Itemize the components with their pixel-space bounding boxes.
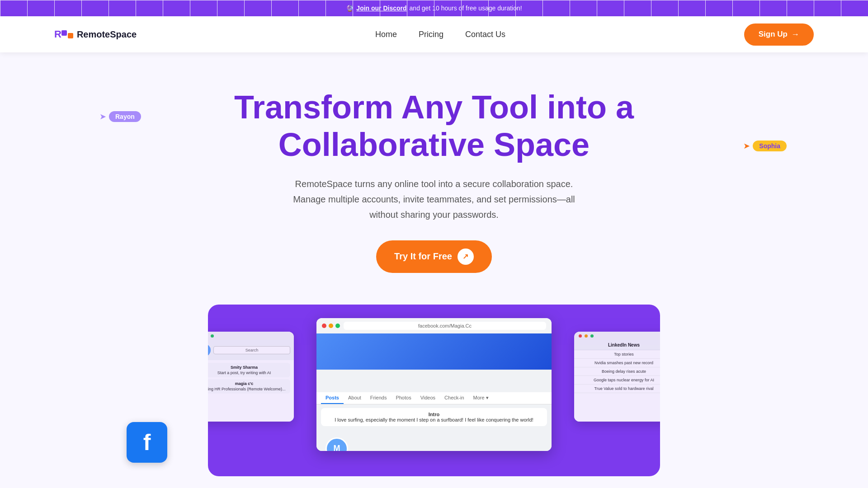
fb-tab-photos[interactable]: Photos — [391, 392, 415, 404]
nav-contact[interactable]: Contact Us — [465, 30, 505, 39]
try-it-free-button[interactable]: Try It for Free ↗ — [376, 240, 492, 273]
logo-squares — [61, 30, 73, 38]
fb-avatar: M — [326, 437, 348, 451]
nav-pricing[interactable]: Pricing — [419, 30, 443, 39]
news-item-1: Top stories — [574, 350, 660, 359]
fb-intro-text: I love surfing, especially the moment I … — [335, 417, 533, 422]
app-showcase: M Search Smity Sharma Start a post, try … — [90, 305, 778, 476]
news-item-4: Google taps nuclear energy for AI — [574, 376, 660, 385]
linkedin-post-2: magia c'c Hiring HR Professionals (Remot… — [208, 379, 290, 394]
fb-tabs: Posts About Friends Photos Videos Check-… — [316, 392, 552, 404]
linkedin-post-1: Smity Sharma Start a post, try writing w… — [208, 363, 290, 377]
dot-yellow — [329, 324, 333, 328]
fb-intro: Intro I love surfing, especially the mom… — [321, 408, 547, 426]
hero-section: ➤ Rayon ➤ Sophia Transform Any Tool into… — [0, 52, 868, 488]
navbar: R RemoteSpace Home Pricing Contact Us Si… — [0, 16, 868, 52]
fb-tab-checkin[interactable]: Check-in — [440, 392, 468, 404]
logo-sq-orange — [68, 33, 73, 38]
fb-tab-posts[interactable]: Posts — [321, 392, 344, 404]
facebook-letter: f — [143, 429, 151, 455]
news-item-3: Boeing delay rises acute — [574, 367, 660, 376]
hero-content: Transform Any Tool into a Collaborative … — [90, 89, 778, 296]
linkedin-news-header: LinkedIn News — [574, 340, 660, 350]
browser-dots — [322, 324, 340, 328]
headline-line2: Collaborative Space — [278, 127, 590, 163]
logo-text: RemoteSpace — [77, 29, 137, 40]
news-item-2: Nvidia smashes past new record — [574, 359, 660, 367]
dot-green-right — [590, 334, 594, 338]
banner-suffix: and get 10 hours of free usage duration! — [410, 5, 522, 12]
logo[interactable]: R RemoteSpace — [54, 28, 137, 40]
logo-sq-purple — [61, 30, 67, 36]
discord-icon: 🔮 — [346, 5, 354, 12]
fb-tab-about[interactable]: About — [344, 392, 366, 404]
facebook-floating-icon: f — [127, 422, 167, 463]
browser-linkedin-body: M Search Smity Sharma Start a post, try … — [208, 340, 294, 422]
dot-green — [335, 324, 340, 328]
browser-linkedin: M Search Smity Sharma Start a post, try … — [208, 332, 294, 422]
linkedin-header: M Search — [208, 340, 294, 360]
signup-button[interactable]: Sign Up → — [744, 23, 814, 46]
fb-tab-more[interactable]: More ▾ — [469, 392, 493, 404]
fb-tab-videos[interactable]: Videos — [416, 392, 440, 404]
nav-links: Home Pricing Contact Us — [375, 30, 505, 39]
fb-cover-photo — [316, 333, 552, 370]
linkedin-content: Smity Sharma Start a post, try writing w… — [208, 360, 294, 398]
try-btn-label: Try It for Free — [394, 251, 452, 262]
showcase-background: M Search Smity Sharma Start a post, try … — [208, 305, 660, 476]
hero-headline: Transform Any Tool into a Collaborative … — [90, 89, 778, 164]
logo-r: R — [54, 28, 61, 40]
top-banner: 🔮 Join our Discord and get 10 hours of f… — [0, 0, 868, 16]
browser-url-bar[interactable]: facebook.com/Magia.Cc — [344, 322, 546, 330]
headline-line1: Transform Any Tool into a — [234, 89, 634, 125]
hero-subtext: RemoteSpace turns any online tool into a… — [285, 176, 583, 222]
browser-linkedin-news: LinkedIn News Top stories Nvidia smashes… — [574, 332, 660, 422]
browser-linkedin-toolbar — [208, 332, 294, 340]
browser-news-toolbar — [574, 332, 660, 340]
logo-icon: R — [54, 28, 73, 40]
browser-news-body: LinkedIn News Top stories Nvidia smashes… — [574, 340, 660, 422]
try-btn-icon: ↗ — [458, 249, 474, 265]
signup-arrow: → — [791, 30, 799, 39]
discord-link[interactable]: Join our Discord — [356, 5, 406, 12]
nav-home[interactable]: Home — [375, 30, 397, 39]
browser-facebook: facebook.com/Magia.Cc M Magia Cc + Add t… — [316, 318, 552, 451]
fb-tab-friends[interactable]: Friends — [366, 392, 392, 404]
linkedin-avatar: M — [208, 344, 211, 357]
signup-label: Sign Up — [759, 30, 788, 39]
browser-facebook-body: M Magia Cc + Add to story ✏ Edit profile… — [316, 333, 552, 451]
dot-green-left — [211, 334, 214, 338]
dot-red-right — [579, 334, 582, 338]
news-item-5: True Value sold to hardware rival — [574, 385, 660, 393]
dot-red — [322, 324, 326, 328]
browser-facebook-toolbar: facebook.com/Magia.Cc — [316, 318, 552, 333]
dot-yellow-right — [585, 334, 588, 338]
linkedin-search: Search — [213, 346, 290, 354]
